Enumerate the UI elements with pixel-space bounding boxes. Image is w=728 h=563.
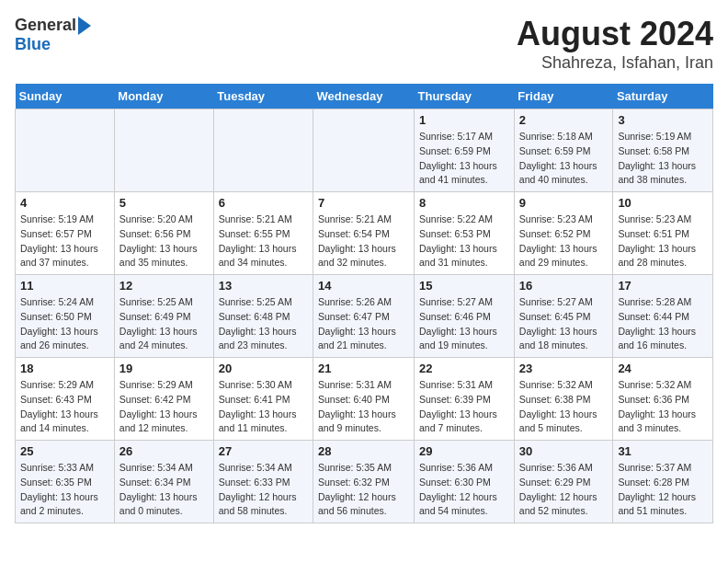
day-number: 20 (219, 362, 308, 375)
day-number: 24 (618, 362, 708, 375)
day-number: 18 (20, 362, 109, 375)
day-detail: Sunrise: 5:27 AM Sunset: 6:45 PM Dayligh… (519, 295, 609, 353)
day-detail: Sunrise: 5:33 AM Sunset: 6:35 PM Dayligh… (20, 461, 109, 519)
day-detail: Sunrise: 5:25 AM Sunset: 6:48 PM Dayligh… (219, 295, 308, 353)
day-detail: Sunrise: 5:37 AM Sunset: 6:28 PM Dayligh… (618, 461, 708, 519)
day-detail: Sunrise: 5:36 AM Sunset: 6:30 PM Dayligh… (419, 461, 509, 519)
calendar-cell: 20Sunrise: 5:30 AM Sunset: 6:41 PM Dayli… (213, 358, 313, 441)
calendar-cell: 17Sunrise: 5:28 AM Sunset: 6:44 PM Dayli… (613, 275, 713, 358)
day-number: 15 (419, 279, 509, 293)
day-detail: Sunrise: 5:21 AM Sunset: 6:55 PM Dayligh… (219, 213, 308, 270)
day-number: 31 (618, 444, 708, 458)
day-detail: Sunrise: 5:19 AM Sunset: 6:57 PM Dayligh… (20, 213, 109, 270)
day-number: 12 (119, 279, 209, 293)
day-detail: Sunrise: 5:22 AM Sunset: 6:53 PM Dayligh… (419, 213, 509, 270)
page-header: General Blue August 2024 Shahreza, Isfah… (15, 15, 713, 73)
day-detail: Sunrise: 5:34 AM Sunset: 6:34 PM Dayligh… (119, 461, 209, 519)
header-thursday: Thursday (415, 84, 515, 109)
week-row-3: 11Sunrise: 5:24 AM Sunset: 6:50 PM Dayli… (16, 275, 713, 358)
day-detail: Sunrise: 5:32 AM Sunset: 6:36 PM Dayligh… (618, 378, 708, 436)
calendar-cell: 31Sunrise: 5:37 AM Sunset: 6:28 PM Dayli… (613, 441, 713, 523)
header-tuesday: Tuesday (213, 84, 313, 109)
day-number: 19 (119, 362, 209, 375)
day-number: 4 (20, 196, 109, 210)
day-number: 5 (119, 196, 209, 210)
week-row-5: 25Sunrise: 5:33 AM Sunset: 6:35 PM Dayli… (16, 441, 713, 523)
day-detail: Sunrise: 5:35 AM Sunset: 6:32 PM Dayligh… (318, 461, 409, 519)
day-number: 16 (519, 279, 609, 293)
day-detail: Sunrise: 5:27 AM Sunset: 6:46 PM Dayligh… (419, 295, 509, 353)
day-detail: Sunrise: 5:28 AM Sunset: 6:44 PM Dayligh… (618, 295, 708, 353)
calendar-cell: 15Sunrise: 5:27 AM Sunset: 6:46 PM Dayli… (415, 275, 515, 358)
calendar-cell: 23Sunrise: 5:32 AM Sunset: 6:38 PM Dayli… (514, 358, 613, 441)
calendar-cell: 26Sunrise: 5:34 AM Sunset: 6:34 PM Dayli… (114, 441, 213, 523)
calendar-table: SundayMondayTuesdayWednesdayThursdayFrid… (15, 84, 713, 523)
day-detail: Sunrise: 5:30 AM Sunset: 6:41 PM Dayligh… (219, 378, 308, 436)
calendar-cell: 14Sunrise: 5:26 AM Sunset: 6:47 PM Dayli… (313, 275, 415, 358)
calendar-cell: 2Sunrise: 5:18 AM Sunset: 6:59 PM Daylig… (514, 109, 613, 192)
day-detail: Sunrise: 5:21 AM Sunset: 6:54 PM Dayligh… (318, 213, 409, 270)
day-detail: Sunrise: 5:36 AM Sunset: 6:29 PM Dayligh… (519, 461, 609, 519)
day-number: 7 (318, 196, 409, 210)
calendar-cell: 19Sunrise: 5:29 AM Sunset: 6:42 PM Dayli… (114, 358, 213, 441)
calendar-cell: 22Sunrise: 5:31 AM Sunset: 6:39 PM Dayli… (415, 358, 515, 441)
day-number: 3 (618, 113, 708, 127)
calendar-cell: 6Sunrise: 5:21 AM Sunset: 6:55 PM Daylig… (213, 192, 313, 275)
day-detail: Sunrise: 5:29 AM Sunset: 6:43 PM Dayligh… (20, 378, 109, 436)
day-number: 27 (219, 444, 308, 458)
day-detail: Sunrise: 5:25 AM Sunset: 6:49 PM Dayligh… (119, 295, 209, 353)
logo: General Blue (15, 15, 91, 54)
calendar-cell: 1Sunrise: 5:17 AM Sunset: 6:59 PM Daylig… (415, 109, 515, 192)
day-number: 2 (519, 113, 609, 127)
day-number: 29 (419, 444, 509, 458)
calendar-cell: 5Sunrise: 5:20 AM Sunset: 6:56 PM Daylig… (114, 192, 213, 275)
calendar-cell: 27Sunrise: 5:34 AM Sunset: 6:33 PM Dayli… (213, 441, 313, 523)
calendar-cell: 8Sunrise: 5:22 AM Sunset: 6:53 PM Daylig… (415, 192, 515, 275)
day-detail: Sunrise: 5:32 AM Sunset: 6:38 PM Dayligh… (519, 378, 609, 436)
day-number: 17 (618, 279, 708, 293)
day-detail: Sunrise: 5:23 AM Sunset: 6:52 PM Dayligh… (519, 213, 609, 270)
header-friday: Friday (514, 84, 613, 109)
day-detail: Sunrise: 5:31 AM Sunset: 6:40 PM Dayligh… (318, 378, 409, 436)
day-number: 11 (20, 279, 109, 293)
logo-blue-text: Blue (15, 35, 51, 54)
header-sunday: Sunday (16, 84, 115, 109)
calendar-cell: 11Sunrise: 5:24 AM Sunset: 6:50 PM Dayli… (16, 275, 115, 358)
week-row-2: 4Sunrise: 5:19 AM Sunset: 6:57 PM Daylig… (16, 192, 713, 275)
logo-general-text: General (15, 16, 76, 35)
logo-arrow-icon (78, 17, 91, 35)
calendar-cell: 16Sunrise: 5:27 AM Sunset: 6:45 PM Dayli… (514, 275, 613, 358)
calendar-cell: 7Sunrise: 5:21 AM Sunset: 6:54 PM Daylig… (313, 192, 415, 275)
day-number: 10 (618, 196, 708, 210)
calendar-cell: 13Sunrise: 5:25 AM Sunset: 6:48 PM Dayli… (213, 275, 313, 358)
day-number: 26 (119, 444, 209, 458)
day-number: 21 (318, 362, 409, 375)
week-row-4: 18Sunrise: 5:29 AM Sunset: 6:43 PM Dayli… (16, 358, 713, 441)
calendar-cell (16, 109, 115, 192)
day-detail: Sunrise: 5:26 AM Sunset: 6:47 PM Dayligh… (318, 295, 409, 353)
header-saturday: Saturday (613, 84, 713, 109)
header-monday: Monday (114, 84, 213, 109)
calendar-cell (114, 109, 213, 192)
calendar-cell: 3Sunrise: 5:19 AM Sunset: 6:58 PM Daylig… (613, 109, 713, 192)
calendar-cell: 12Sunrise: 5:25 AM Sunset: 6:49 PM Dayli… (114, 275, 213, 358)
day-detail: Sunrise: 5:17 AM Sunset: 6:59 PM Dayligh… (419, 130, 509, 188)
day-number: 13 (219, 279, 308, 293)
calendar-cell: 9Sunrise: 5:23 AM Sunset: 6:52 PM Daylig… (514, 192, 613, 275)
calendar-cell (313, 109, 415, 192)
day-number: 1 (419, 113, 509, 127)
calendar-cell: 18Sunrise: 5:29 AM Sunset: 6:43 PM Dayli… (16, 358, 115, 441)
week-row-1: 1Sunrise: 5:17 AM Sunset: 6:59 PM Daylig… (16, 109, 713, 192)
calendar-header-row: SundayMondayTuesdayWednesdayThursdayFrid… (16, 84, 713, 109)
calendar-cell: 10Sunrise: 5:23 AM Sunset: 6:51 PM Dayli… (613, 192, 713, 275)
day-number: 25 (20, 444, 109, 458)
day-detail: Sunrise: 5:34 AM Sunset: 6:33 PM Dayligh… (219, 461, 308, 519)
calendar-cell: 21Sunrise: 5:31 AM Sunset: 6:40 PM Dayli… (313, 358, 415, 441)
calendar-cell: 24Sunrise: 5:32 AM Sunset: 6:36 PM Dayli… (613, 358, 713, 441)
calendar-cell: 28Sunrise: 5:35 AM Sunset: 6:32 PM Dayli… (313, 441, 415, 523)
calendar-cell: 29Sunrise: 5:36 AM Sunset: 6:30 PM Dayli… (415, 441, 515, 523)
calendar-cell: 30Sunrise: 5:36 AM Sunset: 6:29 PM Dayli… (514, 441, 613, 523)
day-number: 30 (519, 444, 609, 458)
day-number: 14 (318, 279, 409, 293)
day-number: 22 (419, 362, 509, 375)
